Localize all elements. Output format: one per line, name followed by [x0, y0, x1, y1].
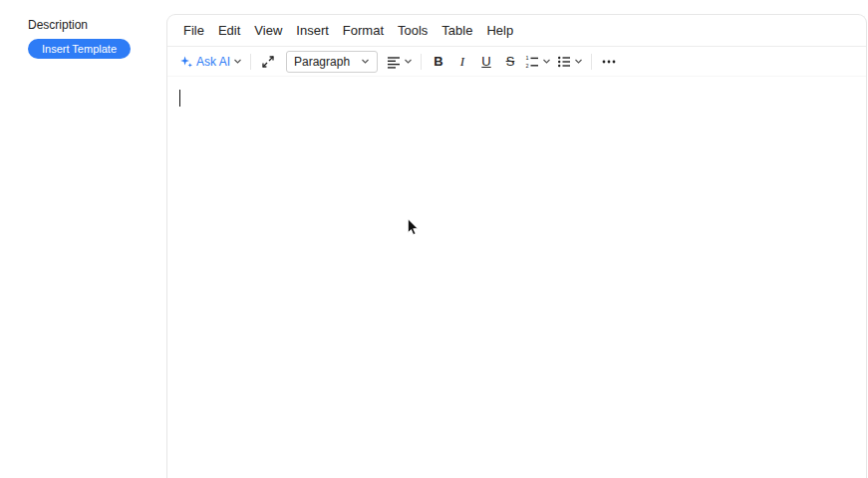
paragraph-format-select[interactable]: Paragraph: [286, 51, 378, 73]
bold-label: B: [434, 54, 442, 69]
toolbar-separator: [421, 54, 422, 70]
bullet-list-button[interactable]: [554, 50, 586, 74]
menu-format[interactable]: Format: [336, 20, 391, 41]
menu-file[interactable]: File: [176, 20, 211, 41]
ask-ai-button[interactable]: Ask AI: [176, 50, 245, 74]
underline-label: U: [481, 54, 490, 69]
toolbar-separator: [250, 54, 251, 70]
editor-menubar: File Edit View Insert Format Tools Table…: [167, 15, 866, 47]
fullscreen-button[interactable]: [256, 50, 280, 74]
menu-help[interactable]: Help: [479, 20, 520, 41]
more-options-button[interactable]: [597, 50, 621, 74]
description-section: Description Insert Template: [28, 18, 131, 59]
editor-content-area[interactable]: [167, 77, 866, 478]
bullet-list-icon: [557, 55, 571, 69]
ordered-list-icon: 1 2: [525, 55, 539, 69]
menu-insert[interactable]: Insert: [289, 20, 336, 41]
ask-ai-label: Ask AI: [196, 55, 230, 69]
chevron-down-icon: [542, 57, 551, 66]
page: Description Insert Template File Edit Vi…: [0, 0, 868, 478]
insert-template-button[interactable]: Insert Template: [28, 39, 131, 59]
strikethrough-button[interactable]: S: [498, 50, 522, 74]
align-left-icon: [387, 55, 401, 69]
align-button[interactable]: [384, 50, 416, 74]
chevron-down-icon: [574, 57, 583, 66]
toolbar-separator: [591, 54, 592, 70]
description-label: Description: [28, 18, 131, 32]
text-caret: [179, 90, 180, 107]
italic-label: I: [460, 54, 464, 70]
chevron-down-icon: [404, 57, 413, 66]
paragraph-format-value: Paragraph: [294, 55, 350, 69]
menu-table[interactable]: Table: [434, 20, 479, 41]
ordered-list-button[interactable]: 1 2: [522, 50, 554, 74]
svg-text:1: 1: [526, 55, 529, 61]
sparkle-icon: [179, 55, 193, 69]
chevron-down-icon: [361, 57, 370, 66]
svg-text:2: 2: [526, 62, 529, 68]
underline-button[interactable]: U: [474, 50, 498, 74]
ellipsis-icon: [601, 55, 617, 69]
rich-text-editor: File Edit View Insert Format Tools Table…: [166, 14, 867, 478]
bold-button[interactable]: B: [427, 50, 450, 74]
editor-toolbar: Ask AI Paragraph: [167, 47, 866, 77]
italic-button[interactable]: I: [450, 50, 474, 74]
menu-tools[interactable]: Tools: [391, 20, 434, 41]
menu-edit[interactable]: Edit: [211, 20, 247, 41]
strikethrough-label: S: [506, 54, 515, 69]
fullscreen-icon: [261, 55, 275, 69]
menu-view[interactable]: View: [247, 20, 289, 41]
chevron-down-icon: [233, 57, 242, 66]
